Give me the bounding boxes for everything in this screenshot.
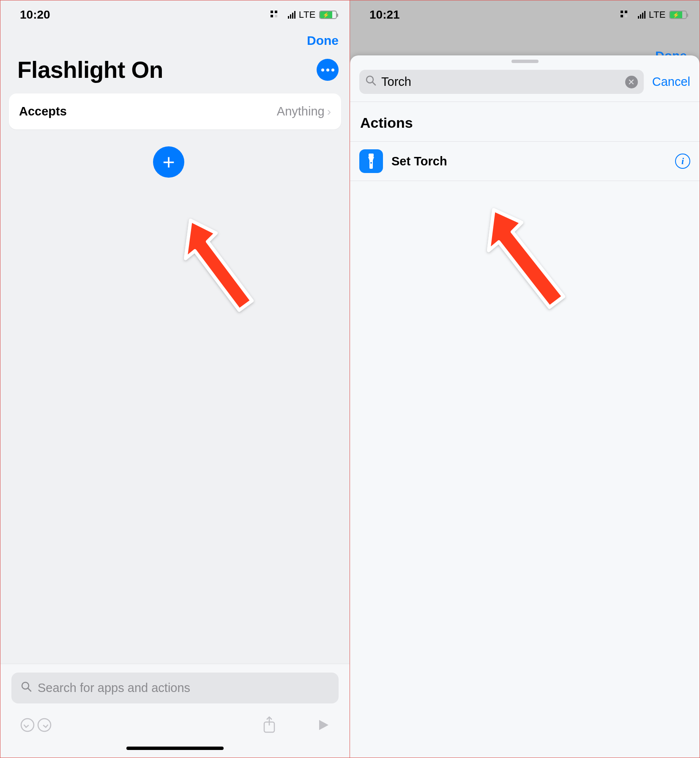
- network-label: LTE: [649, 9, 666, 20]
- info-icon: i: [681, 156, 684, 167]
- svg-point-9: [370, 162, 372, 164]
- plus-icon: +: [162, 150, 175, 174]
- chevron-right-icon: ›: [327, 105, 331, 118]
- info-button[interactable]: i: [675, 154, 690, 169]
- network-label: LTE: [299, 9, 316, 20]
- nav-bar: Done: [0, 26, 350, 52]
- run-button[interactable]: [316, 717, 331, 734]
- share-button[interactable]: [261, 715, 278, 736]
- signal-bars-icon: [638, 11, 645, 19]
- svg-rect-8: [369, 154, 374, 157]
- clear-search-button[interactable]: ✕: [625, 76, 638, 88]
- action-set-torch[interactable]: Set Torch i: [350, 141, 700, 181]
- toolbar: [11, 703, 339, 741]
- bottom-panel: Search for apps and actions: [0, 664, 350, 758]
- cancel-button[interactable]: Cancel: [652, 75, 690, 89]
- search-input[interactable]: [381, 75, 620, 89]
- magnifying-glass-icon: [21, 681, 32, 695]
- more-button[interactable]: [317, 59, 339, 81]
- status-indicators: LTE ⚡: [621, 9, 687, 20]
- annotation-arrow-icon: [481, 201, 578, 316]
- search-bar[interactable]: Search for apps and actions: [11, 673, 339, 703]
- search-placeholder: Search for apps and actions: [38, 681, 190, 695]
- svg-point-3: [38, 719, 51, 731]
- annotation-arrow-icon: [178, 212, 267, 318]
- sheet-grabber[interactable]: [511, 60, 539, 63]
- magnifying-glass-icon: [365, 75, 376, 89]
- page-title: Flashlight On: [17, 56, 163, 83]
- status-bar: 10:20 LTE ⚡: [0, 0, 350, 26]
- status-time: 10:21: [369, 8, 400, 22]
- status-bar: 10:21 LTE ⚡: [350, 0, 700, 26]
- action-label: Set Torch: [391, 154, 667, 168]
- sheet-search-row: ✕ Cancel: [350, 67, 700, 102]
- search-sheet: ✕ Cancel Actions Set Torch i: [350, 55, 700, 758]
- done-button[interactable]: Done: [307, 33, 339, 48]
- x-icon: ✕: [628, 77, 635, 87]
- accepts-label: Accepts: [19, 104, 67, 118]
- title-row: Flashlight On: [0, 52, 350, 93]
- accepts-value: Anything ›: [277, 104, 331, 118]
- accepts-row[interactable]: Accepts Anything ›: [9, 93, 341, 129]
- screenshot-right: 10:21 LTE ⚡ Done ✕ Cancel Actions: [350, 0, 700, 758]
- actions-section-title: Actions: [350, 102, 700, 141]
- home-indicator: [126, 747, 224, 750]
- redo-button[interactable]: [36, 717, 53, 735]
- battery-icon: ⚡: [669, 11, 687, 19]
- search-field[interactable]: ✕: [359, 70, 644, 94]
- svg-line-7: [372, 82, 375, 85]
- ellipsis-icon: [321, 69, 334, 71]
- screenshot-left: 10:20 LTE ⚡ Done Flashlight On Accepts A…: [0, 0, 350, 758]
- battery-icon: ⚡: [319, 11, 337, 19]
- signal-sim-icon: [271, 11, 283, 19]
- undo-button[interactable]: [19, 717, 36, 735]
- status-time: 10:20: [20, 8, 50, 22]
- status-indicators: LTE ⚡: [271, 9, 337, 20]
- svg-point-2: [21, 719, 34, 731]
- signal-sim-icon: [621, 11, 633, 19]
- signal-bars-icon: [288, 11, 295, 19]
- accepts-value-text: Anything: [277, 104, 325, 118]
- flashlight-icon: [359, 149, 383, 173]
- add-action-button[interactable]: +: [153, 146, 184, 178]
- svg-line-1: [28, 688, 31, 691]
